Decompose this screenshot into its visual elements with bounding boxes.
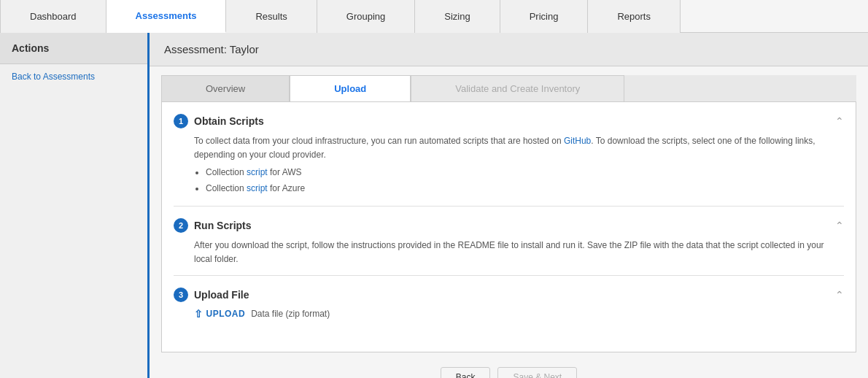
sidebar: Actions Back to Assessments — [0, 33, 150, 378]
tab-dashboard[interactable]: Dashboard — [0, 0, 106, 33]
scripts-bullet-list: Collection script for AWS Collection scr… — [174, 165, 844, 196]
chevron-up-icon-1[interactable]: ⌃ — [835, 115, 844, 127]
upload-button[interactable]: ⇧ UPLOAD — [194, 308, 245, 320]
chevron-up-icon-3[interactable]: ⌃ — [835, 289, 844, 301]
step-badge-2: 2 — [174, 218, 188, 233]
aws-script-item: Collection script for AWS — [206, 165, 844, 181]
content-area: Assessment: Taylor Overview Upload Valid… — [150, 33, 868, 378]
sub-tab-overview[interactable]: Overview — [161, 75, 290, 101]
azure-script-item: Collection script for Azure — [206, 181, 844, 197]
sidebar-header: Actions — [0, 33, 147, 64]
bottom-bar: Back Save & Next — [161, 360, 856, 378]
upload-area: ⇧ UPLOAD Data file (zip format) — [174, 308, 844, 320]
github-link[interactable]: GitHub — [564, 136, 591, 146]
step-badge-3: 3 — [174, 288, 188, 302]
tab-results[interactable]: Results — [226, 0, 317, 33]
top-nav: Dashboard Assessments Results Grouping S… — [0, 0, 868, 33]
tab-sizing[interactable]: Sizing — [415, 0, 500, 33]
section-obtain-title: 1 Obtain Scripts — [174, 114, 264, 128]
tab-pricing[interactable]: Pricing — [500, 0, 589, 33]
chevron-up-icon-2[interactable]: ⌃ — [835, 220, 844, 231]
upload-label: Data file (zip format) — [251, 309, 330, 319]
sub-tab-upload[interactable]: Upload — [290, 75, 411, 101]
tab-assessments[interactable]: Assessments — [106, 0, 227, 33]
tab-grouping[interactable]: Grouping — [317, 0, 415, 33]
assessment-title: Assessment: Taylor — [150, 33, 868, 66]
section-run-scripts: 2 Run Scripts ⌃ After you download the s… — [174, 218, 844, 276]
main-layout: Actions Back to Assessments Assessment: … — [0, 33, 868, 378]
back-button[interactable]: Back — [441, 367, 491, 378]
tab-reports[interactable]: Reports — [588, 0, 681, 33]
section-obtain-header: 1 Obtain Scripts ⌃ — [174, 114, 844, 128]
sub-tab-validate: Validate and Create Inventory — [411, 75, 624, 101]
sub-tabs: Overview Upload Validate and Create Inve… — [161, 75, 856, 102]
aws-script-link[interactable]: script — [247, 167, 268, 177]
back-to-assessments-link[interactable]: Back to Assessments — [0, 64, 147, 89]
section-obtain-scripts: 1 Obtain Scripts ⌃ To collect data from … — [174, 114, 844, 207]
section-upload-header: 3 Upload File ⌃ — [174, 288, 844, 302]
step-badge-1: 1 — [174, 114, 188, 128]
section-run-header: 2 Run Scripts ⌃ — [174, 218, 844, 233]
section-upload-title: 3 Upload File — [174, 288, 249, 302]
run-scripts-text: After you download the script, follow th… — [174, 239, 844, 266]
section-run-title: 2 Run Scripts — [174, 218, 252, 233]
section-upload-file: 3 Upload File ⌃ ⇧ UPLOAD Data file (zip … — [174, 288, 844, 328]
content-body: 1 Obtain Scripts ⌃ To collect data from … — [161, 102, 856, 352]
obtain-scripts-text: To collect data from your cloud infrastr… — [174, 134, 844, 162]
save-next-button: Save & Next — [497, 367, 577, 378]
upload-icon: ⇧ — [194, 308, 204, 320]
azure-script-link[interactable]: script — [247, 183, 268, 193]
